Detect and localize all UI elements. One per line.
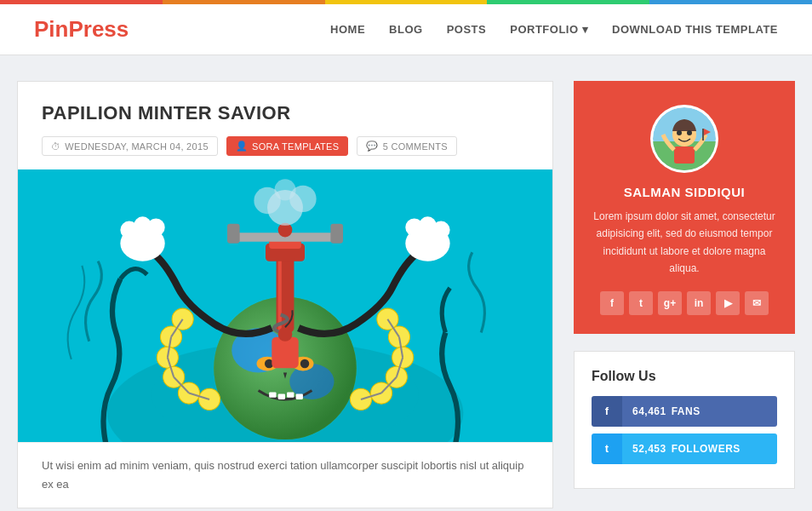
facebook-count: 64,461 — [632, 405, 666, 417]
facebook-label: FANS — [672, 405, 700, 417]
post-title: PAPILION MINTER SAVIOR — [42, 102, 529, 124]
svg-point-54 — [278, 327, 293, 342]
post-meta: ⏱ WEDNESDAY, MARCH 04, 2015 👤 SORA TEMPL… — [42, 136, 529, 156]
svg-rect-14 — [296, 394, 303, 399]
post-image — [18, 169, 552, 442]
svg-rect-38 — [278, 252, 282, 332]
follow-facebook-item[interactable]: f 64,461 FANS — [592, 396, 777, 427]
linkedin-social-icon[interactable]: in — [687, 291, 711, 315]
twitter-platform-icon: t — [592, 433, 622, 464]
author-avatar — [650, 105, 718, 173]
svg-point-63 — [687, 130, 692, 135]
author-name: SALMAN SIDDIQUI — [591, 185, 778, 199]
googleplus-social-icon[interactable]: g+ — [658, 291, 682, 315]
post-comments[interactable]: 💬 5 COMMENTS — [357, 136, 457, 156]
clock-icon: ⏱ — [51, 141, 60, 152]
post-date: ⏱ WEDNESDAY, MARCH 04, 2015 — [42, 136, 218, 156]
facebook-platform-icon: f — [592, 396, 622, 427]
chevron-down-icon: ▾ — [582, 23, 589, 36]
page-container: PAPILION MINTER SAVIOR ⏱ WEDNESDAY, MARC… — [0, 55, 812, 511]
svg-point-48 — [147, 218, 165, 236]
nav-blog[interactable]: BLOG — [389, 23, 423, 36]
user-icon: 👤 — [236, 141, 248, 152]
post-header: PAPILION MINTER SAVIOR ⏱ WEDNESDAY, MARC… — [18, 82, 552, 169]
main-content: PAPILION MINTER SAVIOR ⏱ WEDNESDAY, MARC… — [17, 81, 553, 508]
svg-rect-12 — [278, 394, 285, 399]
main-nav: HOME BLOG POSTS PORTFOLIO ▾ DOWNLOAD THI… — [330, 23, 778, 36]
post-excerpt: Ut wisi enim ad minim veniam, quis nostr… — [18, 442, 552, 508]
social-icons: f t g+ in ▶ ✉ — [591, 291, 778, 315]
svg-rect-13 — [287, 393, 294, 398]
author-bio: Lorem ipsum dolor sit amet, consectetur … — [591, 208, 778, 278]
nav-portfolio[interactable]: PORTFOLIO ▾ — [510, 23, 588, 36]
youtube-social-icon[interactable]: ▶ — [716, 291, 740, 315]
twitter-label: FOLLOWERS — [672, 443, 741, 455]
facebook-count-bar: 64,461 FANS — [622, 396, 777, 427]
svg-rect-11 — [269, 393, 276, 398]
twitter-social-icon[interactable]: t — [629, 291, 653, 315]
svg-point-62 — [677, 130, 682, 135]
svg-point-58 — [274, 179, 295, 200]
twitter-count-bar: 52,453 FOLLOWERS — [622, 433, 777, 464]
download-template-button[interactable]: DOWNLOAD THIS TEMPLATE — [612, 23, 778, 36]
author-widget: SALMAN SIDDIQUI Lorem ipsum dolor sit am… — [574, 81, 795, 334]
follow-twitter-item[interactable]: t 52,453 FOLLOWERS — [592, 433, 777, 464]
site-header: PinPress HOME BLOG POSTS PORTFOLIO ▾ DOW… — [0, 4, 812, 55]
svg-point-52 — [405, 218, 423, 236]
site-logo[interactable]: PinPress — [34, 16, 129, 43]
comment-icon: 💬 — [366, 141, 378, 152]
email-social-icon[interactable]: ✉ — [745, 291, 769, 315]
svg-rect-44 — [330, 224, 343, 244]
nav-home[interactable]: HOME — [330, 23, 365, 36]
twitter-count: 52,453 — [632, 443, 666, 455]
sidebar: SALMAN SIDDIQUI Lorem ipsum dolor sit am… — [574, 81, 795, 508]
follow-widget-title: Follow Us — [592, 369, 777, 384]
nav-posts[interactable]: POSTS — [447, 23, 487, 36]
svg-rect-43 — [227, 224, 240, 244]
svg-rect-53 — [272, 337, 298, 369]
facebook-social-icon[interactable]: f — [600, 291, 624, 315]
svg-point-10 — [300, 359, 309, 368]
follow-widget: Follow Us f 64,461 FANS t 52,453 FOLLOWE… — [574, 351, 795, 489]
post-author[interactable]: 👤 SORA TEMPLATES — [226, 136, 349, 156]
svg-rect-64 — [674, 146, 695, 164]
svg-rect-65 — [702, 129, 704, 141]
